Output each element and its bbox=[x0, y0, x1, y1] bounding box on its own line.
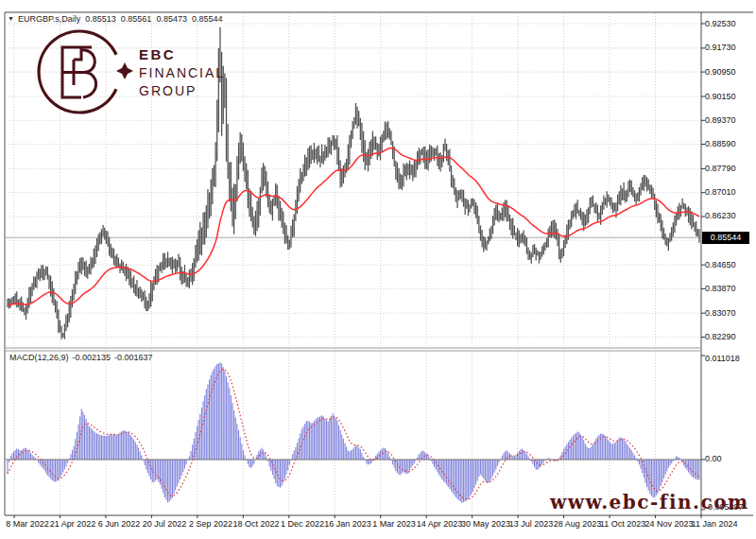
date-axis-label: 13 Jul 2023 bbox=[509, 519, 554, 529]
price-close: 0.85544 bbox=[192, 14, 223, 24]
date-axis-label: 20 Jul 2022 bbox=[143, 519, 187, 529]
price-axis-label: 0.82290 bbox=[705, 332, 736, 341]
price-axis-label: 0.90150 bbox=[705, 92, 736, 101]
date-axis-label: 6 Jun 2022 bbox=[98, 519, 141, 529]
macd-header: MACD(12,26,9)-0.002135-0.001637 bbox=[9, 353, 157, 362]
date-axis-label: 1 Mar 2023 bbox=[372, 519, 416, 529]
symbol-label: EURGBP.s,Daily bbox=[18, 14, 80, 24]
price-axis-label: 0.89370 bbox=[705, 115, 736, 125]
price-axis-label: 0.83870 bbox=[705, 284, 736, 293]
price-axis-label: 0.83070 bbox=[705, 308, 736, 318]
date-axis-label: 24 Nov 2023 bbox=[644, 519, 693, 529]
date-axis-label: 16 Jan 2023 bbox=[324, 519, 371, 529]
macd-signal-value: -0.001637 bbox=[114, 353, 153, 362]
date-axis-label: 14 Apr 2023 bbox=[417, 519, 463, 529]
panel-separator[interactable] bbox=[5, 348, 701, 351]
logo-line-financial: FINANCIAL bbox=[139, 65, 225, 80]
date-axis-label: 8 Mar 2022 bbox=[6, 519, 49, 529]
logo-line-ebc: EBC bbox=[139, 46, 225, 62]
price-high: 0.85561 bbox=[121, 14, 152, 24]
date-axis-label: 28 Aug 2023 bbox=[554, 519, 602, 529]
date-axis-label: 18 Oct 2022 bbox=[232, 519, 279, 529]
date-axis-label: 30 May 2023 bbox=[461, 519, 510, 529]
logo-wordmark: EBC FINANCIAL GROUP bbox=[139, 46, 225, 98]
logo-line-group: GROUP bbox=[139, 83, 225, 98]
price-low: 0.85473 bbox=[156, 14, 187, 24]
date-axis-label: 21 Apr 2022 bbox=[50, 519, 96, 529]
date-axis-label: 11 Jan 2024 bbox=[692, 519, 738, 529]
macd-label: MACD(12,26,9) bbox=[9, 353, 69, 362]
macd-value: -0.002135 bbox=[73, 353, 112, 362]
current-price-tag: 0.85544 bbox=[702, 232, 749, 244]
price-plot-area[interactable] bbox=[6, 13, 701, 347]
price-axis-label: 0.87790 bbox=[705, 164, 736, 173]
macd-axis-zero: 0.00 bbox=[705, 454, 722, 463]
symbol-header[interactable]: ▼EURGBP.s,Daily0.855130.855610.854730.85… bbox=[8, 14, 227, 24]
chart-window: ▼EURGBP.s,Daily0.855130.855610.854730.85… bbox=[0, 0, 756, 539]
price-axis-label: 0.84650 bbox=[705, 260, 736, 270]
macd-axis-max: 0.011018 bbox=[705, 354, 740, 363]
price-axis-label: 0.90950 bbox=[705, 67, 736, 77]
date-axis-label: 2 Sep 2022 bbox=[189, 519, 232, 529]
price-axis-label: 0.92530 bbox=[705, 19, 736, 28]
price-axis-label: 0.86230 bbox=[705, 211, 736, 220]
price-open: 0.85513 bbox=[85, 14, 116, 24]
price-axis-label: 0.87010 bbox=[705, 187, 736, 197]
date-axis-label: 11 Oct 2023 bbox=[600, 519, 645, 529]
price-axis-label: 0.88590 bbox=[705, 139, 736, 148]
price-axis-label: 0.91730 bbox=[705, 43, 736, 52]
chevron-down-icon[interactable]: ▼ bbox=[8, 15, 14, 22]
watermark-url: www.ebc-fin.com bbox=[550, 491, 749, 513]
date-axis-label: 1 Dec 2022 bbox=[281, 519, 324, 529]
